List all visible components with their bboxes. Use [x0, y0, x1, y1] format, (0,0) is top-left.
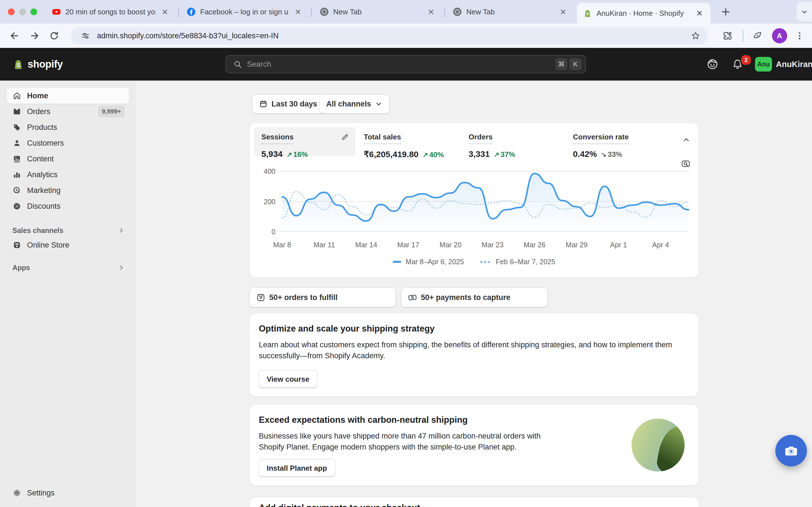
- sidebar-item-label: Orders: [27, 107, 50, 116]
- sidebar-item-online-store[interactable]: Online Store: [7, 237, 129, 253]
- facebook-icon: [187, 7, 196, 16]
- channel-filter-button[interactable]: All channels: [319, 95, 389, 113]
- gear-icon: [12, 489, 21, 497]
- url-input[interactable]: [96, 31, 691, 41]
- sidebar-item-content[interactable]: Content: [7, 151, 129, 167]
- metric-tab-total-sales[interactable]: Total sales ₹6,205,419.80 ↗40%: [364, 133, 444, 159]
- shopify-logo[interactable]: S shopify: [12, 48, 63, 80]
- tab-title: AnuKiran · Home · Shopify: [597, 9, 690, 18]
- sidebar-item-marketing[interactable]: Marketing: [7, 182, 129, 198]
- tab-close-icon[interactable]: [293, 7, 303, 17]
- store-avatar-chip[interactable]: Anu: [755, 57, 772, 71]
- metric-tab-conversion-rate[interactable]: Conversion rate 0.42% ↘33%: [573, 133, 629, 159]
- shopify-favicon: S: [583, 9, 592, 18]
- traffic-light-minimize[interactable]: [19, 8, 26, 15]
- partial-next-card: Add digital payments to your checkout: [250, 497, 698, 507]
- new-tab-button[interactable]: [719, 6, 732, 18]
- chrome-icon: [453, 7, 462, 16]
- trend-up-icon: ↗: [287, 151, 292, 159]
- payments-to-capture-label: 50+ payments to capture: [421, 293, 510, 302]
- shipping-card-title: Optimize and scale your shipping strateg…: [259, 324, 435, 334]
- sidebar-item-discounts[interactable]: Discounts: [7, 198, 129, 214]
- legend-dotted-marker: •••: [480, 261, 492, 263]
- traffic-light-zoom[interactable]: [31, 8, 37, 15]
- sales-channels-header[interactable]: Sales channels: [7, 224, 129, 237]
- screenshot-camera-fab[interactable]: [775, 435, 807, 466]
- tab-shopify-active[interactable]: S AnuKiran · Home · Shopify: [577, 3, 711, 24]
- sidebar-item-settings[interactable]: Settings: [7, 485, 129, 501]
- tab-facebook[interactable]: Facebook – log in or sign up: [181, 0, 309, 24]
- collapse-chevron-up-icon[interactable]: [682, 135, 691, 144]
- tab-close-icon[interactable]: [695, 8, 704, 18]
- tab-new-tab-1[interactable]: New Tab: [313, 0, 442, 24]
- y-tick-200: 200: [264, 198, 275, 206]
- date-range-button[interactable]: Last 30 days: [252, 95, 324, 113]
- x-tick: Mar 23: [481, 241, 504, 249]
- chart-legend: Mar 8–Apr 6, 2025 •••Feb 6–Mar 7, 2025: [250, 258, 698, 266]
- orders-to-fulfill-button[interactable]: 50+ orders to fulfill: [250, 288, 396, 307]
- inspect-chart-icon[interactable]: [681, 159, 691, 169]
- sidekick-icon[interactable]: [706, 57, 719, 71]
- sidebar-item-label: Products: [27, 123, 57, 132]
- date-range-label: Last 30 days: [271, 100, 317, 108]
- store-name[interactable]: AnuKiran: [776, 48, 812, 80]
- pencil-edit-icon[interactable]: [341, 133, 349, 141]
- discounts-percent-icon: [12, 202, 21, 211]
- sidebar-item-products[interactable]: Products: [7, 119, 129, 135]
- tab-close-icon[interactable]: [426, 7, 436, 17]
- analytics-overview-card: Sessions 5,934 ↗16% Total sales ₹6,205,4…: [250, 123, 698, 277]
- search-input[interactable]: [246, 60, 553, 69]
- browser-toolbar: A: [0, 24, 812, 48]
- svg-text:S: S: [16, 62, 20, 68]
- view-course-button[interactable]: View course: [259, 371, 317, 388]
- reload-icon[interactable]: [47, 29, 61, 43]
- sales-channels-label: Sales channels: [12, 226, 63, 235]
- sidebar-item-orders[interactable]: Orders 9,999+: [7, 104, 129, 119]
- products-tag-icon: [12, 123, 21, 132]
- sidebar-item-analytics[interactable]: Analytics: [7, 167, 129, 182]
- tab-new-tab-2[interactable]: New Tab: [447, 0, 574, 24]
- bookmark-star-icon[interactable]: [691, 31, 700, 41]
- metric-tab-orders[interactable]: Orders 3,331 ↗37%: [469, 133, 515, 159]
- forward-icon[interactable]: [28, 29, 41, 43]
- partial-card-title: Add digital payments to your checkout: [259, 503, 420, 507]
- toolbar-divider: [743, 30, 744, 42]
- install-planet-app-button[interactable]: Install Planet app: [259, 459, 335, 477]
- traffic-light-close[interactable]: [8, 8, 15, 15]
- x-tick: Apr 4: [652, 241, 669, 249]
- metric-delta: 37%: [500, 150, 515, 159]
- global-search[interactable]: ⌘ K: [225, 55, 586, 73]
- planet-card-body: Businesses like yours have shipped more …: [259, 431, 563, 453]
- sidebar-item-label: Online Store: [27, 241, 69, 249]
- tab-strip-chevron-down-icon[interactable]: [797, 2, 812, 21]
- extensions-icon[interactable]: [721, 29, 734, 43]
- browser-tab-strip: 20 min of songs to boost you Facebook – …: [0, 0, 812, 24]
- orders-count-badge: 9,999+: [98, 106, 124, 117]
- youtube-icon: [52, 7, 61, 16]
- sidebar-item-customers[interactable]: Customers: [7, 135, 129, 151]
- home-icon: [12, 91, 21, 100]
- shipping-strategy-card: Optimize and scale your shipping strateg…: [250, 314, 698, 396]
- site-settings-icon[interactable]: [81, 31, 90, 41]
- apps-header[interactable]: Apps: [7, 262, 129, 274]
- sidebar-item-label: Home: [27, 92, 48, 100]
- trend-up-icon: ↗: [494, 151, 499, 159]
- browser-menu-kebab-icon[interactable]: [793, 29, 806, 43]
- back-icon[interactable]: [8, 29, 21, 43]
- legend-solid-marker: [393, 261, 401, 263]
- y-tick-0: 0: [271, 228, 275, 236]
- tab-youtube[interactable]: 20 min of songs to boost you: [46, 0, 176, 24]
- address-bar[interactable]: [71, 27, 708, 45]
- svg-text:S: S: [586, 11, 589, 16]
- sidebar-item-home[interactable]: Home: [7, 88, 129, 104]
- performance-leaf-icon[interactable]: [751, 29, 764, 43]
- metric-delta: 40%: [429, 151, 444, 159]
- tab-close-icon[interactable]: [160, 7, 170, 17]
- browser-profile-avatar[interactable]: A: [772, 28, 787, 43]
- sessions-line-chart[interactable]: [281, 168, 689, 244]
- sidebar-item-label: Analytics: [27, 170, 57, 179]
- planet-card-title: Exceed expectations with carbon-neutral …: [259, 415, 468, 425]
- payments-to-capture-button[interactable]: 50+ payments to capture: [401, 288, 547, 307]
- sidebar-item-label: Marketing: [27, 186, 61, 195]
- tab-close-icon[interactable]: [558, 7, 568, 17]
